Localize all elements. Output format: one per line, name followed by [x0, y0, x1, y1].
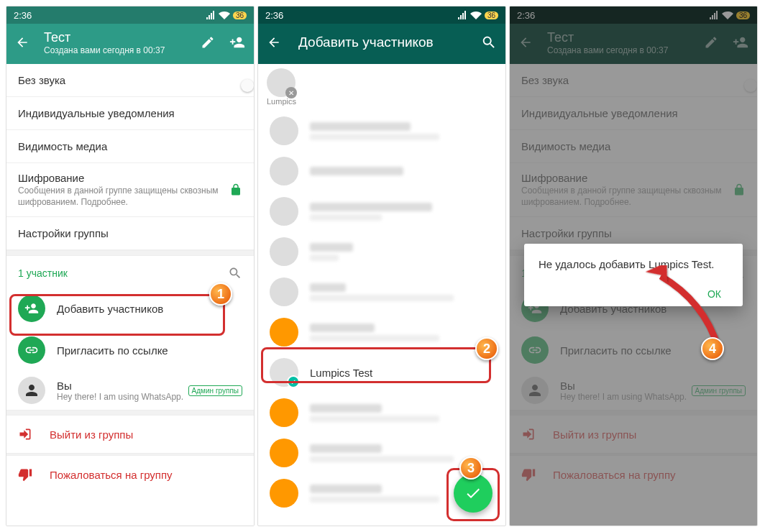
admin-badge: Админ группы	[188, 385, 242, 396]
check-icon	[464, 485, 482, 502]
encryption-title: Шифрование	[18, 172, 229, 184]
add-person-icon	[18, 295, 45, 322]
person-add-icon	[229, 35, 245, 50]
thumb-down-icon	[18, 467, 32, 482]
wifi-icon	[219, 11, 230, 19]
self-name: Вы	[57, 380, 183, 392]
group-settings-label: Настройки группы	[18, 227, 109, 239]
self-status: Hey there! I am using WhatsApp.	[57, 392, 183, 402]
arrow-annotation	[639, 265, 740, 359]
leave-group-row[interactable]: Выйти из группы	[6, 416, 254, 453]
mute-row[interactable]: Без звука	[6, 64, 254, 97]
arrow-back-icon	[15, 35, 29, 50]
report-label: Пожаловаться на группу	[50, 469, 173, 481]
avatar: ✕	[267, 68, 296, 97]
self-user-row[interactable]: Вы Hey there! I am using WhatsApp. Админ…	[6, 371, 254, 410]
invite-link-row[interactable]: Пригласить по ссылке	[6, 329, 254, 371]
avatar	[270, 197, 298, 226]
confirm-fab[interactable]	[454, 474, 493, 513]
contact-row[interactable]	[258, 151, 505, 191]
battery-badge: 36	[233, 12, 247, 19]
search-button[interactable]	[481, 35, 497, 50]
contact-row[interactable]	[258, 272, 505, 312]
notifications-row[interactable]: Индивидуальные уведомления	[6, 97, 254, 130]
participants-count: 1 участник	[18, 267, 68, 279]
media-label: Видимость медиа	[18, 140, 107, 152]
avatar	[270, 398, 298, 427]
signal-icon	[206, 11, 216, 19]
step-badge-4: 4	[701, 337, 724, 360]
group-subtitle: Создана вами сегодня в 00:37	[44, 45, 165, 55]
status-time: 2:36	[265, 10, 283, 21]
leave-label: Выйти из группы	[50, 428, 133, 441]
screenshot-3: 2:36 36 Тест Создана вами сегодня в 00:3…	[509, 6, 758, 526]
notifications-label: Индивидуальные уведомления	[18, 107, 175, 119]
media-row[interactable]: Видимость медиа	[6, 130, 254, 163]
battery-badge: 36	[485, 12, 498, 19]
status-time: 2:36	[14, 10, 32, 21]
invite-link-label: Пригласить по ссылке	[57, 344, 168, 357]
back-button[interactable]	[15, 35, 29, 50]
avatar	[270, 278, 298, 306]
lock-icon	[229, 183, 242, 196]
avatar	[270, 116, 298, 145]
contact-row[interactable]	[258, 111, 505, 151]
step-badge-2: 2	[475, 337, 498, 360]
divider	[6, 250, 254, 256]
status-icons: 36	[206, 11, 247, 19]
signal-icon	[457, 11, 467, 19]
contact-row[interactable]	[258, 312, 505, 352]
divider	[6, 410, 254, 416]
arrow-back-icon	[267, 35, 281, 50]
encryption-row[interactable]: Шифрование Сообщения в данной группе защ…	[6, 163, 254, 217]
edit-button[interactable]	[201, 35, 215, 50]
header-title: Добавить участников	[298, 35, 434, 50]
screenshot-2: 2:36 36 Добавить участников ✕ Lumpics ✓ …	[257, 6, 506, 526]
selected-contacts: ✕ Lumpics	[258, 64, 505, 110]
header-title-block: Тест Создана вами сегодня в 00:37	[44, 30, 165, 55]
report-group-row[interactable]: Пожаловаться на группу	[6, 456, 254, 493]
contact-name: Lumpics Test	[310, 367, 372, 379]
contact-row[interactable]	[258, 191, 505, 231]
back-button[interactable]	[267, 35, 281, 50]
mute-label: Без звука	[18, 74, 65, 86]
avatar	[270, 318, 298, 347]
step-badge-3: 3	[459, 457, 482, 480]
status-icons: 36	[457, 11, 498, 19]
selected-contact-chip[interactable]: ✕ Lumpics	[267, 68, 296, 106]
pencil-icon	[201, 35, 215, 50]
checkmark-icon: ✓	[287, 375, 300, 388]
status-bar: 2:36 36	[258, 6, 505, 24]
contact-row-selected[interactable]: ✓ Lumpics Test	[258, 352, 505, 393]
wifi-icon	[470, 11, 482, 19]
avatar	[270, 439, 298, 467]
search-participants-button[interactable]	[228, 266, 242, 280]
person-silhouette-icon	[23, 382, 40, 399]
contact-row[interactable]	[258, 231, 505, 272]
exit-icon	[18, 427, 32, 441]
avatar	[270, 479, 298, 508]
add-participants-label: Добавить участников	[57, 303, 163, 315]
avatar	[270, 157, 298, 185]
status-bar: 2:36 36	[6, 6, 254, 24]
step-badge-1: 1	[209, 283, 232, 306]
contact-row[interactable]	[258, 393, 505, 433]
search-icon	[228, 266, 242, 280]
avatar	[18, 377, 45, 404]
avatar: ✓	[270, 358, 298, 387]
group-settings-row[interactable]: Настройки группы	[6, 217, 254, 250]
avatar	[270, 237, 298, 266]
link-icon	[18, 336, 45, 364]
screenshot-1: 2:36 36 Тест Создана вами сегодня в 00:3…	[6, 6, 255, 526]
search-icon	[481, 35, 497, 50]
group-title: Тест	[44, 30, 165, 45]
add-participant-button[interactable]	[229, 35, 245, 50]
encryption-desc: Сообщения в данной группе защищены сквоз…	[18, 185, 229, 208]
